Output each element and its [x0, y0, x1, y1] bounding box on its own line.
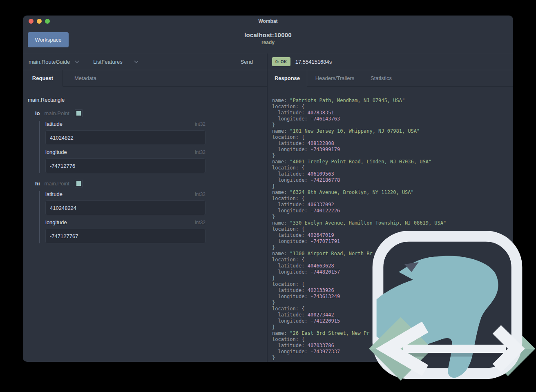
service-select[interactable]: main.RouteGuide — [29, 59, 70, 65]
chevron-down-icon[interactable] — [134, 60, 138, 63]
chevron-down-icon[interactable] — [75, 60, 79, 63]
group-name: hi — [35, 180, 40, 187]
hi-enabled-checkbox[interactable] — [75, 180, 82, 187]
close-button[interactable] — [29, 19, 34, 24]
tab-response[interactable]: Response — [268, 70, 307, 87]
connection-header: Workspace localhost:10000 ready — [23, 27, 513, 53]
response-status-bar: 0: OK 17.554151684s — [268, 53, 513, 70]
response-body[interactable]: name: "Patriots Path, Mendham, NJ 07945,… — [268, 87, 513, 362]
titlebar: Wombat — [23, 16, 513, 27]
field-label: latitude — [45, 121, 63, 127]
group-name: lo — [35, 110, 40, 116]
tab-request[interactable]: Request — [23, 70, 63, 87]
app-window: Wombat Workspace localhost:10000 ready m… — [23, 16, 513, 362]
field-group-lo: lo main.Point latitude int32 41024822 lo… — [28, 110, 262, 173]
request-tabs: Request Metadata — [23, 70, 267, 87]
response-panel: 0: OK 17.554151684s Response Headers/Tra… — [268, 53, 513, 362]
method-selector-bar: main.RouteGuide ListFeatures Send — [23, 53, 267, 70]
send-button[interactable]: Send — [241, 59, 253, 65]
tab-metadata[interactable]: Metadata — [63, 70, 108, 86]
duration-label: 17.554151684s — [295, 59, 332, 65]
request-panel: main.RouteGuide ListFeatures Send Reques… — [23, 53, 268, 362]
tab-headers-trailers[interactable]: Headers/Trailers — [307, 70, 362, 86]
connection-target: localhost:10000 — [23, 31, 513, 38]
minimize-button[interactable] — [37, 19, 42, 24]
lo-longitude-input[interactable]: -74712776 — [45, 158, 205, 173]
status-badge: 0: OK — [272, 57, 290, 66]
lo-enabled-checkbox[interactable] — [75, 110, 82, 117]
response-tabs: Response Headers/Trailers Statistics — [268, 70, 513, 87]
field-type: int32 — [195, 121, 205, 127]
field-type: int32 — [195, 220, 205, 225]
field-group-hi: hi main.Point latitude int32 410248224 l… — [28, 180, 262, 243]
field-type: int32 — [195, 149, 205, 155]
field-label: longitude — [45, 149, 67, 155]
method-select[interactable]: ListFeatures — [93, 59, 123, 65]
field-label: latitude — [45, 191, 63, 197]
field-label: longitude — [45, 219, 67, 225]
group-type: main.Point — [45, 110, 69, 116]
lo-latitude-input[interactable]: 41024822 — [45, 130, 205, 145]
window-title: Wombat — [258, 18, 277, 24]
connection-status: ready — [23, 40, 513, 45]
hi-longitude-input[interactable]: -747127767 — [45, 229, 205, 243]
traffic-lights — [29, 19, 50, 24]
message-type-label: main.Rectangle — [28, 97, 262, 103]
request-form: main.Rectangle lo main.Point latitude in… — [23, 87, 267, 247]
field-type: int32 — [195, 192, 205, 197]
zoom-button[interactable] — [45, 19, 50, 24]
tab-statistics[interactable]: Statistics — [362, 70, 400, 86]
group-type: main.Point — [45, 180, 69, 187]
hi-latitude-input[interactable]: 410248224 — [45, 200, 205, 215]
connection-info: localhost:10000 ready — [23, 31, 513, 45]
